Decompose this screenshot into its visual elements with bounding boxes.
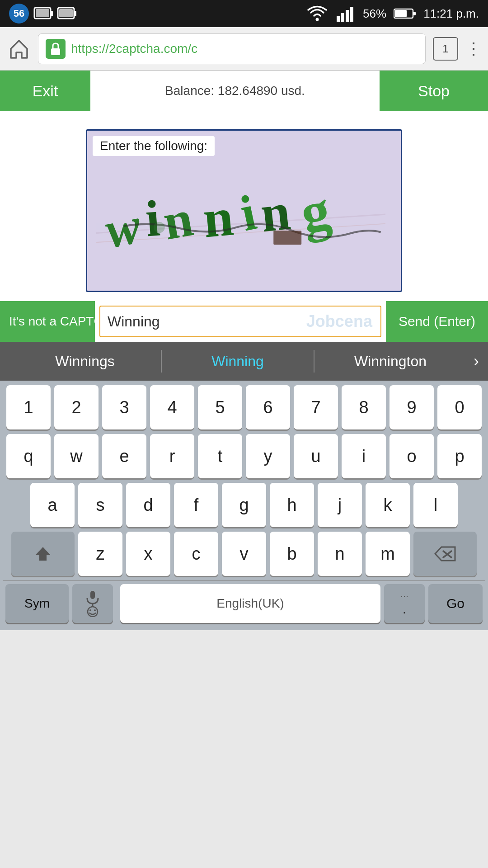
- svg-rect-7: [337, 16, 340, 22]
- input-row: It's not a CAPTC Jobcena Send (Enter): [0, 301, 488, 342]
- key-m[interactable]: m: [366, 532, 410, 576]
- key-1[interactable]: 1: [6, 385, 51, 429]
- browser-menu-button[interactable]: ⋮: [465, 39, 481, 58]
- key-8[interactable]: 8: [342, 385, 386, 429]
- period-dots-key[interactable]: ··· .: [384, 584, 425, 623]
- browser-bar: https://2captcha.com/c 1 ⋮: [0, 27, 488, 71]
- captcha-image: Enter the following: w i n n i: [86, 129, 402, 292]
- key-s[interactable]: s: [78, 483, 122, 527]
- backspace-key[interactable]: [413, 532, 477, 576]
- status-right: 56% 11:21 p.m.: [306, 5, 479, 23]
- key-d[interactable]: d: [126, 483, 170, 527]
- key-3[interactable]: 3: [102, 385, 146, 429]
- qwerty-row: q w e r t y u i o p: [3, 434, 485, 478]
- captcha-input-wrapper: Jobcena: [95, 301, 386, 342]
- signal-icon: [336, 5, 356, 23]
- exit-button[interactable]: Exit: [0, 71, 90, 111]
- svg-rect-5: [59, 9, 73, 17]
- key-h[interactable]: h: [270, 483, 314, 527]
- key-p[interactable]: p: [437, 434, 482, 478]
- key-6[interactable]: 6: [246, 385, 290, 429]
- captcha-svg: w i n n i n g: [96, 158, 385, 266]
- shift-icon: [34, 545, 52, 563]
- stop-button[interactable]: Stop: [380, 71, 488, 111]
- key-t[interactable]: t: [198, 434, 242, 478]
- key-9[interactable]: 9: [389, 385, 434, 429]
- key-5[interactable]: 5: [198, 385, 242, 429]
- svg-text:w: w: [101, 197, 146, 259]
- asdf-row: a s d f g h j k l: [3, 483, 485, 527]
- send-button[interactable]: Send (Enter): [386, 301, 488, 342]
- captcha-section: Enter the following: w i n n i: [0, 111, 488, 301]
- shift-key[interactable]: [11, 532, 75, 576]
- emoji-mic-key[interactable]: [72, 584, 113, 623]
- mic-icon: [84, 590, 101, 606]
- key-v[interactable]: v: [222, 532, 266, 576]
- captcha-text-input[interactable]: [99, 306, 381, 337]
- key-l[interactable]: l: [413, 483, 458, 527]
- svg-point-25: [154, 222, 165, 233]
- icon1: [33, 7, 53, 20]
- key-2[interactable]: 2: [54, 385, 99, 429]
- wifi-icon: [306, 5, 328, 23]
- key-w[interactable]: w: [54, 434, 99, 478]
- time-display: 11:21 p.m.: [423, 7, 479, 21]
- key-k[interactable]: k: [366, 483, 410, 527]
- battery-icon: [394, 7, 416, 20]
- notification-badge: 56: [9, 4, 29, 24]
- svg-rect-28: [90, 591, 95, 599]
- space-key[interactable]: English(UK): [120, 584, 380, 623]
- url-bar[interactable]: https://2captcha.com/c: [38, 33, 426, 64]
- svg-point-30: [88, 607, 98, 617]
- zxcv-row: z x c v b n m: [3, 532, 485, 576]
- tab-switcher[interactable]: 1: [433, 37, 458, 61]
- autocomplete-arrow-icon[interactable]: ›: [466, 352, 479, 371]
- home-button[interactable]: [7, 37, 31, 61]
- key-y[interactable]: y: [246, 434, 290, 478]
- key-o[interactable]: o: [389, 434, 434, 478]
- key-g[interactable]: g: [222, 483, 266, 527]
- key-j[interactable]: j: [318, 483, 362, 527]
- backspace-icon: [433, 545, 457, 562]
- site-header: Exit Balance: 182.64890 usd. Stop: [0, 71, 488, 111]
- svg-point-6: [316, 18, 319, 21]
- key-n[interactable]: n: [318, 532, 362, 576]
- url-text: https://2captcha.com/c: [71, 42, 197, 56]
- svg-rect-14: [51, 48, 60, 55]
- svg-rect-13: [395, 10, 407, 17]
- svg-rect-1: [51, 11, 53, 16]
- number-row: 1 2 3 4 5 6 7 8 9 0: [3, 385, 485, 429]
- key-b[interactable]: b: [270, 532, 314, 576]
- svg-text:n: n: [201, 187, 235, 249]
- autocomplete-winnings[interactable]: Winnings: [9, 353, 161, 370]
- key-u[interactable]: u: [294, 434, 338, 478]
- key-e[interactable]: e: [102, 434, 146, 478]
- sym-key[interactable]: Sym: [5, 584, 69, 623]
- lock-icon: [49, 42, 62, 56]
- key-7[interactable]: 7: [294, 385, 338, 429]
- key-c[interactable]: c: [174, 532, 218, 576]
- key-i[interactable]: i: [342, 434, 386, 478]
- autocomplete-bar: Winnings Winning Winnington ›: [0, 342, 488, 381]
- go-key[interactable]: Go: [428, 584, 483, 623]
- svg-rect-24: [273, 231, 301, 245]
- key-0[interactable]: 0: [437, 385, 482, 429]
- key-f[interactable]: f: [174, 483, 218, 527]
- key-x[interactable]: x: [126, 532, 170, 576]
- key-a[interactable]: a: [30, 483, 75, 527]
- autocomplete-winning[interactable]: Winning: [162, 353, 314, 370]
- emoji-icon: [86, 606, 99, 617]
- svg-rect-4: [74, 11, 76, 16]
- not-captcha-label: It's not a CAPTC: [0, 301, 95, 342]
- captcha-prompt: Enter the following:: [93, 136, 215, 156]
- keyboard: 1 2 3 4 5 6 7 8 9 0 q w e r t y u i o p …: [0, 381, 488, 630]
- autocomplete-winnington[interactable]: Winnington: [314, 353, 466, 370]
- key-r[interactable]: r: [150, 434, 194, 478]
- svg-point-32: [94, 609, 96, 611]
- svg-rect-10: [350, 7, 353, 22]
- key-4[interactable]: 4: [150, 385, 194, 429]
- key-q[interactable]: q: [6, 434, 51, 478]
- svg-rect-2: [36, 9, 49, 17]
- key-z[interactable]: z: [78, 532, 122, 576]
- status-icons: [33, 7, 77, 20]
